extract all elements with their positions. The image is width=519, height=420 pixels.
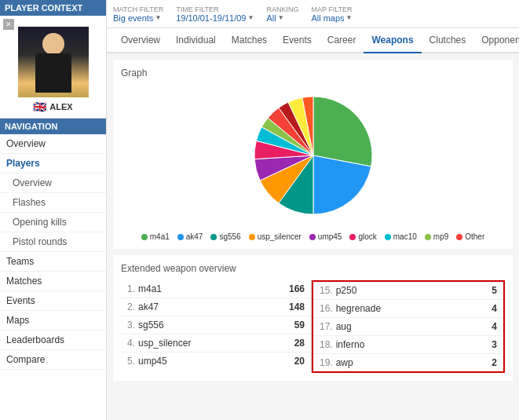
weapon-row: 17.aug4 (313, 318, 503, 336)
filter-bar: MATCH FILTER Big events ▼ TIME FILTER 19… (107, 0, 519, 28)
nav-list: OverviewPlayersOverviewFlashesOpening ki… (0, 134, 106, 370)
legend-label: mp9 (433, 232, 448, 241)
nav-item-teams[interactable]: Teams (0, 252, 106, 272)
legend-dot (425, 234, 431, 240)
nav-item-flashes[interactable]: Flashes (0, 193, 106, 213)
legend-label: sg556 (219, 232, 240, 241)
legend-item-m4a1: m4a1 (141, 232, 170, 241)
nav-item-opening-kills[interactable]: Opening kills (0, 213, 106, 232)
weapon-overview-title: Extended weapon overview (121, 263, 505, 274)
graph-section: Graph m4a1ak47sg556usp_silencerump45gloc… (113, 60, 513, 249)
time-filter-group: TIME FILTER 19/10/01-19/11/09 ▼ (176, 5, 254, 23)
legend-dot (309, 234, 316, 240)
main-content: MATCH FILTER Big events ▼ TIME FILTER 19… (107, 0, 519, 420)
weapon-count: 20 (294, 356, 305, 367)
ranking-label: RANKING (266, 5, 298, 13)
weapon-rank: 15.p250 (320, 285, 356, 296)
close-button[interactable]: ✕ (3, 19, 14, 30)
nav-item-compare[interactable]: Compare (0, 350, 106, 370)
legend-label: ak47 (186, 232, 203, 241)
player-name: ALEX (49, 102, 72, 111)
content-area: Graph m4a1ak47sg556usp_silencerump45gloc… (107, 53, 519, 420)
weapon-count: 2 (492, 357, 497, 368)
nav-item-overview[interactable]: Overview (0, 173, 106, 193)
ranking-filter-group: RANKING All ▼ (266, 5, 298, 23)
legend-item-sg556: sg556 (210, 232, 240, 241)
weapon-row: 15.p2505 (313, 282, 503, 300)
ranking-arrow: ▼ (278, 14, 284, 21)
weapon-row: 3.sg55659 (121, 316, 311, 334)
legend-dot (141, 234, 148, 240)
nav-header: NAVIGATION (0, 119, 106, 134)
map-filter-label: MAP FILTER (311, 5, 352, 13)
legend-dot (385, 234, 391, 240)
weapon-row: 18.inferno3 (313, 336, 503, 354)
nav-item-events[interactable]: Events (0, 291, 106, 311)
weapon-row: 1.m4a1166 (121, 280, 311, 298)
nav-item-matches[interactable]: Matches (0, 272, 106, 291)
tab-events[interactable]: Events (275, 28, 320, 53)
weapon-count: 166 (289, 283, 305, 294)
tab-weapons[interactable]: Weapons (364, 28, 421, 53)
match-filter-group: MATCH FILTER Big events ▼ (113, 5, 163, 23)
weapon-rank: 16.hegrenade (320, 303, 381, 314)
legend-item-mac10: mac10 (385, 232, 417, 241)
tab-matches[interactable]: Matches (224, 28, 275, 53)
pie-chart (227, 85, 400, 226)
time-filter-arrow: ▼ (247, 14, 254, 21)
weapon-row: 4.usp_silencer28 (121, 334, 311, 352)
legend-label: Other (465, 232, 484, 241)
legend-item-mp9: mp9 (425, 232, 448, 241)
tab-overview[interactable]: Overview (113, 28, 168, 53)
legend-item-ump45: ump45 (309, 232, 342, 241)
weapon-rank: 2.ak47 (127, 301, 159, 312)
weapon-count: 3 (492, 339, 497, 350)
legend-label: m4a1 (150, 232, 170, 241)
weapon-row: 16.hegrenade4 (313, 300, 503, 318)
legend-item-glock: glock (349, 232, 376, 241)
tab-bar: OverviewIndividualMatchesEventsCareerWea… (107, 28, 519, 53)
weapon-rank: 3.sg556 (127, 320, 164, 331)
weapon-count: 59 (294, 320, 305, 331)
weapon-count: 28 (294, 338, 305, 349)
weapon-overview: Extended weapon overview 1.m4a11662.ak47… (113, 255, 513, 381)
map-filter-arrow: ▼ (346, 14, 353, 21)
chart-legend: m4a1ak47sg556usp_silencerump45glockmac10… (141, 232, 485, 241)
sidebar: PLAYER CONTEXT ✕ 🇬🇧 ALEX NAVIGATION Over… (0, 0, 107, 420)
weapon-rank: 5.ump45 (127, 356, 167, 367)
weapon-row: 19.awp2 (313, 354, 503, 371)
time-filter-value[interactable]: 19/10/01-19/11/09 ▼ (176, 13, 254, 23)
tab-clutches[interactable]: Clutches (422, 28, 474, 53)
nav-item-maps[interactable]: Maps (0, 311, 106, 331)
weapon-col-right: 15.p250516.hegrenade417.aug418.inferno31… (312, 280, 505, 373)
weapon-rank: 17.aug (320, 321, 352, 332)
legend-item-ak47: ak47 (177, 232, 203, 241)
flag-icon: 🇬🇧 (33, 100, 46, 113)
map-filter-value[interactable]: All maps ▼ (311, 13, 352, 23)
ranking-value[interactable]: All ▼ (266, 13, 298, 23)
nav-item-leaderboards[interactable]: Leaderboards (0, 331, 106, 350)
tab-career[interactable]: Career (320, 28, 364, 53)
player-flag-name: 🇬🇧 ALEX (33, 100, 72, 113)
nav-item-players[interactable]: Players (0, 154, 106, 173)
tab-opponents[interactable]: Opponents (473, 28, 519, 53)
match-filter-label: MATCH FILTER (113, 5, 163, 13)
nav-item-overview[interactable]: Overview (0, 134, 106, 154)
legend-label: ump45 (318, 232, 342, 241)
weapon-rank: 4.usp_silencer (127, 338, 191, 349)
weapon-row: 5.ump4520 (121, 352, 311, 370)
weapon-col-left: 1.m4a11662.ak471483.sg556594.usp_silence… (121, 280, 311, 373)
match-filter-value[interactable]: Big events ▼ (113, 13, 163, 23)
weapon-count: 4 (492, 303, 497, 314)
legend-item-usp_silencer: usp_silencer (249, 232, 302, 241)
legend-dot (177, 234, 184, 240)
legend-label: usp_silencer (258, 232, 302, 241)
map-filter-group: MAP FILTER All maps ▼ (311, 5, 352, 23)
legend-dot (456, 234, 462, 240)
tab-individual[interactable]: Individual (168, 28, 224, 53)
legend-dot (349, 234, 356, 240)
weapon-row: 2.ak47148 (121, 298, 311, 316)
pie-slice-m4a1 (313, 97, 372, 166)
nav-item-pistol-rounds[interactable]: Pistol rounds (0, 232, 106, 252)
legend-dot (249, 234, 255, 240)
